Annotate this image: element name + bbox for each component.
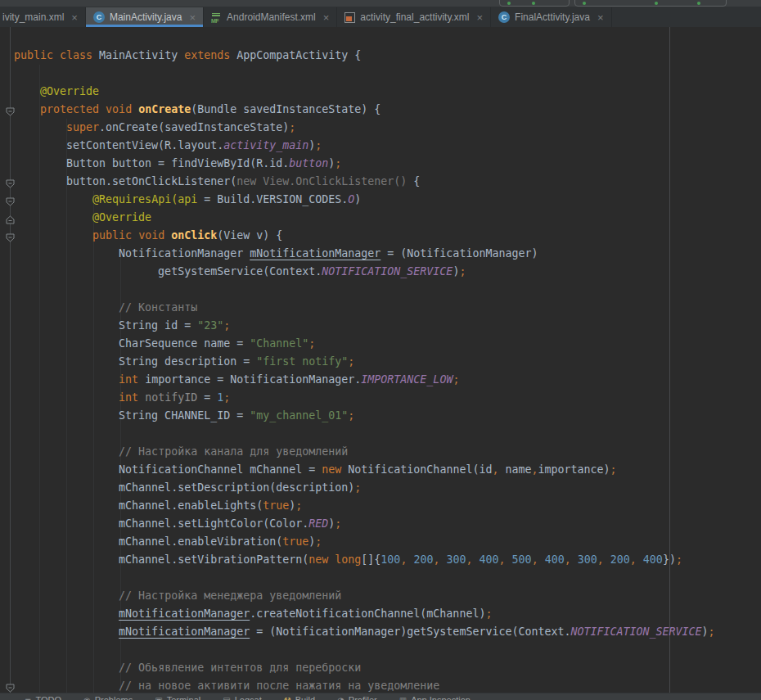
toolwindow-button-todo[interactable]: ≡TODO [25,695,61,700]
tab-label: FinalActtivity.java [515,11,590,23]
code-line-5[interactable]: super.onCreate(savedInstanceState); [14,119,715,137]
code-line-21[interactable]: String CHANNEL_ID = "my_channel_01"; [14,407,715,425]
run-status-dot [583,2,586,5]
fold-start-marker[interactable] [6,231,15,240]
profiler-icon: ◑ [337,696,344,700]
tab-close-icon[interactable]: × [597,12,604,23]
run-status-dot [507,2,511,5]
toolwindow-button-label: Terminal [167,695,201,700]
code-line-23[interactable]: // Настройка канала для уведомлений [14,443,715,461]
code-text-area[interactable]: public class MainActivity extends AppCom… [14,47,715,693]
code-line-25[interactable]: mChannel.setDescription(description); [14,479,715,497]
code-line-9[interactable]: @RequiresApi(api = Build.VERSION_CODES.O… [14,191,715,209]
terminal-icon: ▣ [155,696,162,700]
code-line-35[interactable]: // Обьявление интентов для переброски [14,659,715,677]
code-line-6[interactable]: setContentView(R.layout.activity_main); [14,137,715,155]
toolwindow-button-label: Build [295,695,315,700]
app-inspection-icon: ▥ [399,696,407,700]
toolwindow-button-logcat[interactable]: ▤Logcat [223,695,261,700]
code-line-2[interactable] [14,65,715,83]
tab-finalacttivity-java[interactable]: CFinalActtivity.java× [491,7,611,27]
toolwindow-button-build[interactable]: ⚒Build [284,695,315,700]
java-class-icon: C [498,11,510,23]
toolwindow-button-label: App Inspection [411,695,471,700]
code-line-14[interactable] [14,281,715,299]
toolwindow-button-terminal[interactable]: ▣Terminal [155,695,200,700]
todo-icon: ≡ [25,696,31,700]
tab-label: activity_final_acttivity.xml [360,11,469,23]
tab-label: MainActivity.java [110,11,182,23]
code-line-26[interactable]: mChannel.enableLights(true); [14,497,715,515]
layout-xml-icon [344,12,355,23]
fold-start-marker[interactable] [6,195,15,204]
code-line-22[interactable] [14,425,715,443]
code-line-13[interactable]: getSystemService(Context.NOTIFICATION_SE… [14,263,715,281]
tab-close-icon[interactable]: × [477,12,484,23]
toolwindow-button-label: Problems [95,695,133,700]
code-line-36[interactable]: // на новое активити после нажатия на ув… [14,677,715,693]
tab-ivity-main-xml[interactable]: ivity_main.xml× [0,7,86,27]
problems-icon: ◉ [83,696,91,700]
java-class-icon: C [93,11,105,23]
run-widget-outline [574,0,727,7]
toolwindow-button-profiler[interactable]: ◑Profiler [337,695,377,700]
tab-mainactivity-java[interactable]: CMainActivity.java× [86,7,204,27]
code-line-27[interactable]: mChannel.setLightColor(Color.RED); [14,515,715,533]
fold-start-marker[interactable] [6,177,15,186]
code-line-17[interactable]: CharSequence name = "Channel"; [14,335,715,353]
code-line-11[interactable]: public void onClick(View v) { [14,227,715,245]
run-status-dot [532,2,535,5]
code-line-31[interactable]: // Настройка менеджера уведомлений [14,587,715,605]
tab-androidmanifest-xml[interactable]: MFAndroidManifest.xml× [204,7,337,27]
code-editor[interactable]: public class MainActivity extends AppCom… [0,27,761,693]
code-line-16[interactable]: String id = "23"; [14,317,715,335]
logcat-icon: ▤ [223,696,230,700]
code-line-28[interactable]: mChannel.enableVibration(true); [14,533,715,551]
fold-start-marker[interactable] [6,105,15,114]
code-line-30[interactable] [14,569,715,587]
code-line-3[interactable]: @Override [14,83,715,101]
fold-start-marker[interactable] [6,681,15,690]
run-status-dot [655,2,658,5]
code-line-34[interactable] [14,641,715,659]
tab-label: ivity_main.xml [2,11,64,23]
code-line-1[interactable]: public class MainActivity extends AppCom… [14,47,715,65]
toolwindow-button-label: TODO [35,695,61,700]
code-line-12[interactable]: NotificationManager mNotificationManager… [14,245,715,263]
gutter-fold-line [10,27,11,693]
code-line-8[interactable]: button.setOnClickListener(new View.OnCli… [14,173,715,191]
android-studio-window: ivity_main.xml×CMainActivity.java×MFAndr… [0,0,761,700]
code-line-33[interactable]: mNotificationManager = (NotificationMana… [14,623,715,641]
code-line-7[interactable]: Button button = findViewById(R.id.button… [14,155,715,173]
manifest-icon: MF [211,12,222,23]
tab-close-icon[interactable]: × [71,12,78,23]
tool-window-bar: ≡TODO◉Problems▣Terminal▤Logcat⚒Build◑Pro… [0,693,761,700]
main-toolbar-strip [0,0,761,7]
code-line-4[interactable]: protected void onCreate(Bundle savedInst… [14,101,715,119]
tab-close-icon[interactable]: × [323,12,330,23]
code-line-32[interactable]: mNotificationManager.createNotificationC… [14,605,715,623]
run-status-dot [697,2,700,5]
tab-close-icon[interactable]: × [189,12,196,23]
editor-tab-bar: ivity_main.xml×CMainActivity.java×MFAndr… [0,7,761,27]
code-line-29[interactable]: mChannel.setVibrationPattern(new long[]{… [14,551,715,569]
code-line-24[interactable]: NotificationChannel mChannel = new Notif… [14,461,715,479]
code-line-10[interactable]: @Override [14,209,715,227]
code-line-20[interactable]: int notifyID = 1; [14,389,715,407]
code-line-15[interactable]: // Константы [14,299,715,317]
toolwindow-button-problems[interactable]: ◉Problems [83,695,133,700]
code-line-18[interactable]: String description = "first notify"; [14,353,715,371]
fold-end-marker[interactable] [6,213,15,222]
toolwindow-button-label: Profiler [349,695,377,700]
code-line-19[interactable]: int importance = NotificationManager.IMP… [14,371,715,389]
toolwindow-button-label: Logcat [235,695,262,700]
tab-label: AndroidManifest.xml [227,11,316,23]
toolwindow-button-app-inspection[interactable]: ▥App Inspection [399,695,471,700]
build-icon: ⚒ [284,696,291,700]
tab-activity-final-acttivity-xml[interactable]: activity_final_acttivity.xml× [337,7,491,27]
